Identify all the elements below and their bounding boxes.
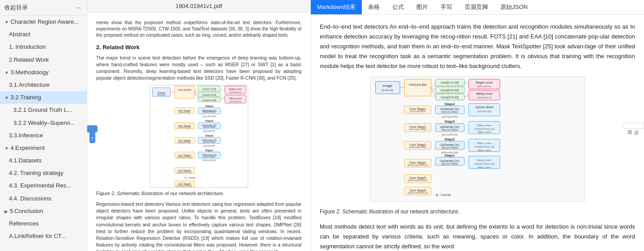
tab-handwrite[interactable]: 手写 [434,0,458,14]
svg-text:(h/8×w/8×256): (h/8×w/8×256) [178,141,191,144]
sidebar-item-weakly[interactable]: 3.2.2 Weakly–Supervi... [0,117,87,129]
sidebar-item-intro[interactable]: 1. Introduction [0,41,87,53]
sidebar-item-abstract[interactable]: Abstract [0,28,87,41]
svg-rect-3 [174,86,195,98]
sidebar-collapse-button[interactable]: ← [76,4,82,11]
sidebar-title: 收起目录 [4,4,28,12]
svg-text:Affinity score: Affinity score [476,92,492,96]
feedback-panel: 反馈 [623,119,644,132]
svg-text:(h/2×w/2×1): (h/2×w/2×1) [477,85,491,88]
sidebar-item-label: 4.4. Discussions [9,195,51,202]
sidebar-item-label: 1. Introduction [9,43,46,50]
tab-image[interactable]: 图片 [410,0,434,14]
sidebar-item-label: Abstract [9,31,30,38]
right-figure-caption: Figure 2. Schematic illustration of our … [320,207,635,216]
svg-text:(h/32×w/32×512): (h/32×w/32×512) [177,172,192,174]
sidebar-item-related[interactable]: 2.Related Work [0,54,87,66]
tab-table[interactable]: 表格 [362,0,386,14]
svg-text:VGG16-BN: VGG16-BN [408,83,426,87]
sidebar-item-discussions[interactable]: 4.4. Discussions [0,192,87,205]
arrow-icon: ▼ [4,95,9,100]
svg-text:(h/4×w/4×64): (h/4×w/4×64) [441,134,457,136]
svg-text:Stage1: Stage1 [445,154,455,157]
arrow-icon: ▼ [4,146,9,151]
arrow-icon: ▼ [4,70,9,75]
sidebar-item-ground-truth[interactable]: 3.2.1 Ground Truth L... [0,104,87,116]
svg-text:Batch_norm: Batch_norm [477,142,491,145]
svg-line-137 [464,95,469,97]
svg-line-57 [195,89,198,92]
svg-rect-65 [404,79,431,96]
continue-upload-button[interactable]: 继续上传 [87,125,97,132]
svg-text:Stage4: Stage4 [445,102,455,106]
sidebar-item-char-region[interactable]: ▼ Character Region Aware... [0,16,87,28]
sidebar-item-inference[interactable]: 3.3.Inference [0,129,87,142]
sidebar-item-train-strat[interactable]: 4.2. Training strategy [0,167,87,179]
svg-text:(h/2×w/2×1): (h/2×w/2×1) [229,91,242,94]
svg-text:Affinity score: Affinity score [229,98,242,100]
svg-text:Batch_norm: Batch_norm [477,124,491,127]
sidebar-item-datasets[interactable]: 4.1.Datasets [0,154,87,167]
svg-text:(h/2×w/2×64): (h/2×w/2×64) [410,111,425,113]
sidebar-item-label: 3.2.Training [11,94,41,101]
svg-line-133 [431,84,435,88]
svg-text:Batch_norm: Batch_norm [477,159,491,162]
sidebar-item-label: 4.1.Datasets [9,157,42,164]
sidebar-item-references[interactable]: References [0,217,87,230]
arrow-icon: ▼ [4,20,9,25]
sidebar-item-label: 5.Conclusion [10,208,43,214]
svg-text:Conv[3×3×16]: Conv[3×3×16] [202,94,216,96]
svg-text:UpConv Block: UpConv Block [441,111,458,114]
svg-text:(h/2×w/2×32): (h/2×w/2×32) [477,111,491,113]
sidebar-item-label: Character Region Aware... [11,18,79,25]
svg-text:Stage3: Stage3 [205,120,213,123]
svg-text:Conv[3×3×out_ch]: Conv[3×3×out_ch] [474,128,494,131]
svg-text:Conv[3×3×out_ch]: Conv[3×3×out_ch] [474,145,494,148]
svg-line-136 [464,82,469,84]
svg-text:UpConv Block: UpConv Block [441,129,458,132]
svg-text:(h/32×w/32×512): (h/32×w/32×512) [177,185,192,187]
right-figure: Image (h×w×3) VGG16-BN Conv[1×1×16] Conv… [370,77,585,202]
pdf-figure-caption: Figure 2. Schematic illustration of our … [96,190,301,197]
sidebar-item-experiment[interactable]: ▼ 4.Experiment [0,142,87,154]
tab-formula[interactable]: 公式 [386,0,410,14]
float-arrow-icon[interactable]: › [89,132,95,143]
sidebar: 收起目录 ← ▼ Character Region Aware... Abstr… [0,0,87,251]
feedback-button[interactable]: 反馈 [623,123,644,129]
svg-text:UpConv Block: UpConv Block [203,111,216,114]
svg-text:(h/4×w/4×64): (h/4×w/4×64) [203,130,215,132]
sidebar-item-training[interactable]: ▼ 3.2.Training [0,91,87,104]
right-content-area[interactable]: End–to–end text detectors An end–to–end … [311,15,644,251]
sidebar-item-arch[interactable]: 3.1.Architecture [0,79,87,91]
svg-text:UpConv Block: UpConv Block [475,106,494,110]
svg-text:Stage3: Stage3 [445,120,455,124]
svg-text:UpConv Block: UpConv Block [441,146,458,149]
sidebar-item-label: 3.Methodology [11,69,49,76]
pdf-paragraph-2: Regression-based text detectors Various … [96,201,301,251]
sidebar-item-label: References [9,220,38,227]
sidebar-item-label: 3.1.Architecture [9,81,50,88]
tab-json[interactable]: 原始JSON [494,0,534,14]
svg-text:(h/16×w/16×512): (h/16×w/16×512) [177,156,192,158]
sidebar-item-exp-res[interactable]: 4.3. Experimental Res... [0,179,87,192]
sidebar-item-label: A.LinkRefiner for CT... [9,233,66,239]
svg-text:Region score: Region score [229,88,242,90]
pdf-paragraph-1: The major trend in scene text detection … [96,55,301,82]
svg-text:(h/8×w/8×64): (h/8×w/8×64) [203,145,215,147]
svg-text:(h/16×w/16×32): (h/16×w/16×32) [202,160,216,162]
sidebar-item-label: 3.2.1 Ground Truth L... [13,106,72,113]
sidebar-item-methodology[interactable]: ▼ 3.Methodology [0,66,87,79]
svg-text:(h/4×w/4×128): (h/4×w/4×128) [178,127,191,129]
pdf-content[interactable]: ments show that the proposed method outp… [87,13,310,251]
svg-text:(h/16×w/16×512): (h/16×w/16×512) [407,164,428,166]
svg-text:VGG16-BN: VGG16-BN [178,89,191,91]
tab-pagelayer[interactable]: 页眉页脚 [458,0,494,14]
svg-text:⊕ : Concat: ⊕ : Concat [435,194,450,197]
tab-markdown[interactable]: Markdown结果 [311,0,362,14]
svg-text:Stage1: Stage1 [205,149,213,152]
svg-text:(h/8×w/8×256): (h/8×w/8×256) [409,146,426,149]
svg-text:(h/32×w/32×512): (h/32×w/32×512) [407,192,428,195]
sidebar-item-conclusion[interactable]: ▶ 5.Conclusion [0,205,87,217]
pdf-section-title: 2. Related Work [96,43,301,52]
sidebar-item-linkrefiner[interactable]: A.LinkRefiner for CT... [0,230,87,242]
